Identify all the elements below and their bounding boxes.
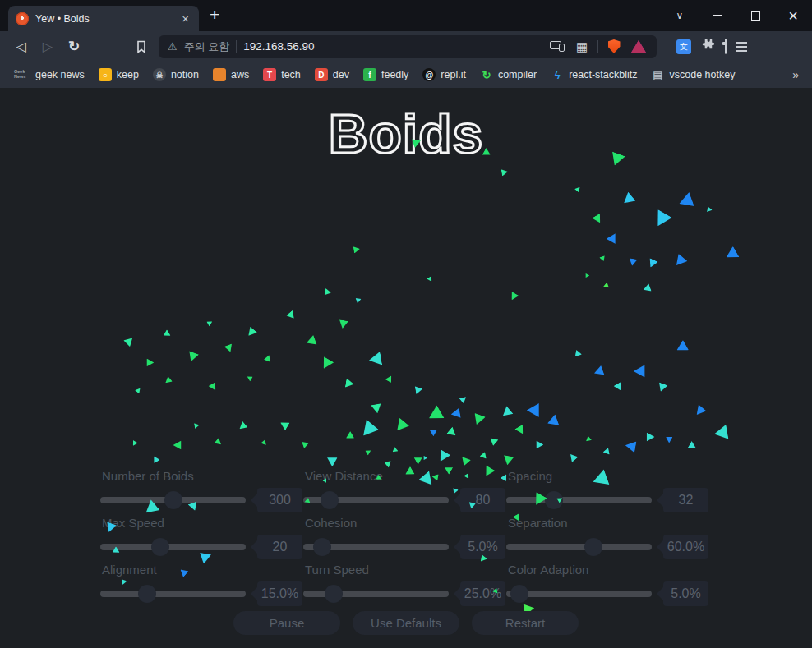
extensions-button[interactable] bbox=[701, 38, 715, 55]
slider-track[interactable] bbox=[100, 591, 246, 597]
slider-thumb[interactable] bbox=[510, 585, 528, 603]
bookmark-item-compiler[interactable]: ↻compiler bbox=[474, 66, 542, 84]
new-tab-button[interactable]: + bbox=[210, 5, 219, 25]
boid bbox=[585, 273, 589, 278]
brave-rewards-button[interactable] bbox=[630, 38, 648, 56]
slider-thumb[interactable] bbox=[313, 538, 331, 556]
tab-search-chevron-icon[interactable]: ∨ bbox=[661, 0, 699, 31]
tech-favicon: T bbox=[263, 68, 276, 81]
bookmark-item-aws[interactable]: aws bbox=[207, 66, 255, 84]
back-icon: ◁ bbox=[16, 39, 26, 54]
boid bbox=[325, 288, 332, 296]
boid bbox=[427, 276, 434, 283]
minimize-button[interactable] bbox=[699, 0, 736, 31]
value-box-separation: 60.0% bbox=[663, 535, 708, 559]
value-box-number-of-boids: 300 bbox=[257, 488, 302, 512]
setting-label: Color Adaption bbox=[508, 563, 708, 577]
security-label[interactable]: 주의 요함 bbox=[184, 39, 230, 54]
boid bbox=[355, 296, 362, 304]
slider-view-distance[interactable] bbox=[303, 488, 449, 512]
devices-icon bbox=[550, 41, 565, 52]
bookmark-item-react-stackblitz[interactable]: ϟreact-stackblitz bbox=[545, 66, 643, 84]
slider-thumb[interactable] bbox=[164, 491, 182, 509]
bookmark-item-tech[interactable]: Ttech bbox=[257, 66, 307, 84]
bookmark-item-repl-it[interactable]: @repl.it bbox=[417, 66, 472, 84]
slider-color-adaption[interactable] bbox=[506, 581, 652, 606]
bookmark-flag-button[interactable] bbox=[128, 34, 155, 59]
slider-track[interactable] bbox=[100, 544, 246, 550]
bookmarks-overflow-button[interactable]: » bbox=[787, 68, 804, 81]
bookmark-item-dev[interactable]: Ddev bbox=[309, 66, 355, 84]
menu-button[interactable] bbox=[736, 42, 747, 52]
boid bbox=[666, 437, 672, 443]
maximize-button[interactable] bbox=[736, 0, 774, 31]
qr-code-button[interactable]: ▦ bbox=[573, 38, 591, 56]
slider-spacing[interactable] bbox=[506, 488, 652, 512]
slider-turn-speed[interactable] bbox=[303, 581, 449, 606]
bookmark-item-vscode-hotkey[interactable]: ▤vscode hotkey bbox=[646, 66, 741, 84]
setting-cohesion: Cohesion5.0% bbox=[303, 516, 505, 561]
restart-button[interactable]: Restart bbox=[472, 611, 579, 635]
slider-separation[interactable] bbox=[506, 535, 652, 559]
boid bbox=[459, 394, 468, 403]
slider-track[interactable] bbox=[506, 497, 652, 503]
boid bbox=[693, 404, 707, 418]
bookmark-item-feedly[interactable]: ffeedly bbox=[358, 66, 414, 84]
tab-close-icon[interactable]: × bbox=[179, 11, 191, 25]
boid bbox=[426, 405, 445, 425]
translate-button[interactable]: 文 bbox=[676, 39, 691, 54]
boid bbox=[592, 214, 604, 225]
bookmark-label: react-stackblitz bbox=[569, 69, 637, 80]
value-text: 32 bbox=[679, 493, 694, 508]
value-text: 80 bbox=[476, 493, 491, 508]
brave-shield-icon bbox=[608, 39, 621, 53]
slider-thumb[interactable] bbox=[545, 491, 563, 509]
boid bbox=[224, 344, 234, 354]
forward-button[interactable]: ▷ bbox=[35, 34, 61, 59]
slider-thumb[interactable] bbox=[321, 491, 339, 509]
boid bbox=[567, 452, 578, 462]
brave-shield-button[interactable] bbox=[605, 38, 623, 56]
pause-button[interactable]: Pause bbox=[233, 611, 340, 635]
slider-thumb[interactable] bbox=[325, 585, 343, 603]
boid bbox=[436, 449, 450, 464]
boid bbox=[208, 382, 219, 392]
slider-alignment[interactable] bbox=[100, 581, 246, 606]
bookmark-item-notion[interactable]: ☠notion bbox=[147, 66, 205, 84]
reload-button[interactable]: ↻ bbox=[61, 34, 87, 59]
boid bbox=[186, 351, 199, 363]
puzzle-piece-icon bbox=[701, 38, 715, 52]
boid bbox=[450, 407, 461, 419]
slider-cohesion[interactable] bbox=[303, 535, 449, 559]
boid bbox=[500, 406, 514, 420]
address-bar[interactable]: ⚠ 주의 요함 192.168.56.90 ▦ bbox=[159, 35, 657, 58]
slider-number-of-boids[interactable] bbox=[100, 488, 246, 512]
bookmark-label: vscode hotkey bbox=[670, 69, 736, 80]
bookmark-item-keep[interactable]: ○keep bbox=[93, 66, 145, 84]
slider-max-speed[interactable] bbox=[100, 535, 246, 559]
slider-thumb[interactable] bbox=[138, 585, 156, 603]
use-defaults-button[interactable]: Use Defaults bbox=[353, 611, 459, 635]
browser-tab[interactable]: Yew • Boids × bbox=[8, 6, 199, 31]
setting-color-adaption: Color Adaption5.0% bbox=[506, 563, 708, 608]
bookmark-label: feedly bbox=[381, 69, 408, 80]
boid bbox=[642, 283, 652, 293]
slider-track[interactable] bbox=[506, 544, 652, 550]
boid bbox=[246, 375, 253, 382]
boid bbox=[428, 427, 437, 436]
back-button[interactable]: ◁ bbox=[8, 34, 35, 59]
slider-thumb[interactable] bbox=[584, 538, 602, 556]
wallet-button[interactable] bbox=[725, 39, 727, 54]
page-title: Boids bbox=[0, 103, 812, 165]
slider-thumb[interactable] bbox=[151, 538, 169, 556]
omnibox-separator bbox=[236, 40, 237, 53]
boid bbox=[584, 435, 592, 443]
value-text: 25.0% bbox=[464, 586, 501, 601]
url-text[interactable]: 192.168.56.90 bbox=[243, 40, 542, 53]
send-to-devices-button[interactable] bbox=[548, 38, 566, 56]
setting-label: Number of Boids bbox=[102, 469, 302, 484]
value-box-cohesion: 5.0% bbox=[460, 535, 505, 559]
bookmark-item-geek-news[interactable]: Geek Newsgeek news bbox=[8, 66, 90, 84]
boid bbox=[164, 329, 173, 338]
window-close-button[interactable]: × bbox=[774, 0, 812, 31]
